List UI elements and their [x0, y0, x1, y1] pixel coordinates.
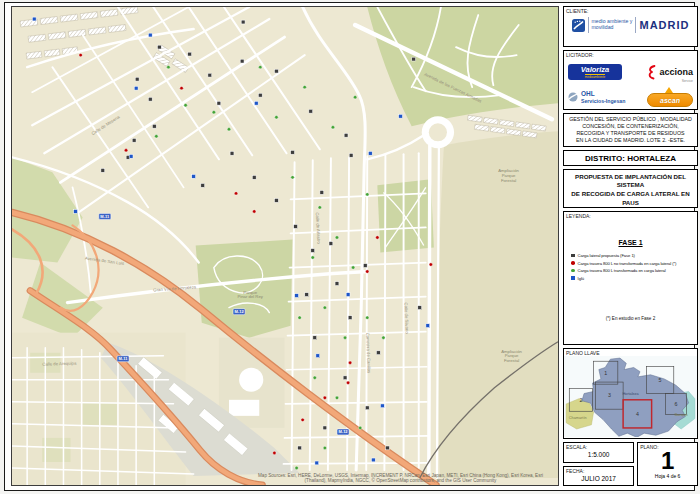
marker-carga-lateral	[132, 138, 136, 142]
marker-trasera-si	[259, 65, 262, 68]
marker-trasera-si	[366, 316, 369, 319]
marker-carga-lateral	[412, 57, 416, 61]
marker-trasera-si	[366, 193, 369, 196]
marker-carga-lateral	[363, 264, 367, 268]
marker-trasera-si	[313, 376, 316, 379]
route-shield: M-12	[233, 309, 245, 315]
valoriza-subtext: medioambiente	[585, 74, 606, 79]
marker-iglu	[74, 210, 78, 214]
escala-label: ESCALA:	[564, 443, 633, 450]
fecha-label: FECHA:	[564, 467, 633, 474]
marker-trasera-si	[291, 176, 294, 179]
contract-description-box: GESTIÓN DEL SERVICIO PÚBLICO , MODALIDAD…	[563, 113, 698, 147]
svg-text:M-12: M-12	[234, 309, 244, 314]
marker-carga-lateral	[343, 376, 347, 380]
legend-marker-square	[571, 254, 575, 258]
ascan-pill: ascan	[647, 93, 693, 107]
key-map-region-label: Hortaleza	[622, 391, 639, 395]
ascan-logo: ascan	[647, 87, 693, 107]
marker-trasera-si	[331, 126, 334, 129]
legend-item: Carga lateral propuesta (Fase 1)	[571, 253, 695, 258]
legend-item: Iglú	[571, 276, 695, 281]
fecha-value: JULIO 2017	[564, 475, 633, 482]
marker-carga-lateral	[335, 282, 339, 286]
marker-carga-lateral	[188, 52, 192, 56]
valoriza-logo: Valoriza medioambiente	[568, 64, 622, 80]
legend-box: LEYENDA: FASE 1 Carga lateral propuesta …	[563, 211, 698, 344]
escala-value: 1:5.000	[564, 451, 633, 458]
marker-trasera-no	[79, 53, 82, 56]
legend-item-label: Carga trasera 800 L transformada en carg…	[578, 268, 666, 273]
legend-item-label: Iglú	[578, 276, 584, 281]
marker-trasera-no	[180, 86, 183, 89]
district-title: DISTRITO: HORTALEZA	[564, 151, 697, 163]
logo-row-2: OHL Servicios-Ingesan ascan	[568, 87, 693, 107]
svg-text:2: 2	[579, 396, 582, 402]
svg-text:6: 6	[674, 401, 677, 407]
acciona-subtext: Service	[659, 79, 693, 83]
route-shield: M-11	[99, 213, 111, 219]
route-shield: M-11	[117, 356, 129, 362]
marker-carga-lateral	[305, 293, 309, 297]
marker-carga-lateral	[376, 351, 380, 355]
route-shield: M-12	[337, 429, 349, 435]
svg-text:1: 1	[604, 369, 607, 375]
svg-text:3: 3	[608, 392, 611, 398]
marker-carga-lateral	[294, 225, 298, 229]
marker-carga-lateral	[240, 59, 244, 63]
marker-carga-lateral	[365, 406, 369, 410]
marker-carga-lateral	[313, 336, 317, 340]
marker-iglu	[380, 404, 384, 408]
marker-trasera-no	[301, 418, 304, 421]
title-block-panel: CLIENTE: medio ambiente y movilidad MADR…	[563, 6, 698, 486]
footer-left: ESCALA: 1:5.000 FECHA: JULIO 2017	[563, 442, 634, 486]
marker-trasera-si	[155, 135, 158, 138]
marker-iglu	[134, 86, 138, 90]
marker-carga-lateral	[148, 97, 152, 101]
bidder-logos: Valoriza medioambiente acciona Service	[564, 58, 697, 109]
licitador-label: LICITADOR:	[564, 51, 697, 58]
marker-trasera-si	[184, 104, 187, 107]
svg-text:M-11: M-11	[119, 356, 129, 361]
marker-carga-lateral	[258, 93, 262, 97]
licitador-box: LICITADOR: Valoriza medioambiente accion…	[563, 50, 698, 110]
marker-trasera-no	[124, 149, 127, 152]
marker-carga-lateral	[201, 183, 205, 187]
marker-carga-lateral	[208, 73, 212, 77]
legend-marker-dot	[571, 269, 575, 273]
marker-trasera-si	[167, 65, 170, 68]
ohl-wordmark: OHL	[581, 90, 595, 97]
cliente-label: CLIENTE:	[564, 7, 697, 14]
marker-carga-lateral	[320, 190, 324, 194]
sports-field	[239, 368, 263, 392]
marker-trasera-no	[234, 192, 237, 195]
marker-trasera-no	[253, 210, 256, 213]
legend-item: Carga trasera 800 L transformada en carg…	[571, 268, 695, 273]
marker-iglu	[32, 17, 36, 21]
marker-carga-lateral	[252, 175, 256, 179]
marker-carga-lateral	[311, 249, 315, 253]
proposal-box: PROPUESTA DE IMPLANTACIÓN DEL SISTEMA DE…	[563, 169, 698, 209]
marker-trasera-no	[376, 236, 379, 239]
marker-carga-lateral	[157, 45, 161, 49]
footer-row: ESCALA: 1:5.000 FECHA: JULIO 2017 PLANO:…	[563, 442, 698, 486]
legend-note: (*) En estudio en Fase 2	[564, 316, 697, 321]
dept-line2: movilidad	[592, 25, 633, 31]
ascan-wordmark: ascan	[660, 97, 680, 104]
legend-label: LEYENDA:	[564, 212, 697, 219]
marker-carga-lateral	[291, 150, 295, 154]
marker-carga-lateral	[101, 168, 105, 172]
svg-text:M-11: M-11	[100, 214, 110, 219]
marker-carga-lateral	[386, 446, 390, 450]
marker-trasera-si	[212, 111, 215, 114]
marker-carga-lateral	[275, 69, 279, 73]
ohl-icon	[568, 92, 578, 102]
marker-trasera-si	[335, 396, 338, 399]
marker-trasera-si	[303, 85, 306, 88]
marker-trasera-si	[335, 236, 338, 239]
marker-trasera-si	[323, 446, 326, 449]
cliente-box: CLIENTE: medio ambiente y movilidad MADR…	[563, 6, 698, 47]
marker-trasera-si	[343, 336, 346, 339]
dept-text: medio ambiente y movilidad	[592, 19, 633, 31]
plano-box: PLANO: 1 Hoja 4 de 6	[637, 442, 698, 486]
